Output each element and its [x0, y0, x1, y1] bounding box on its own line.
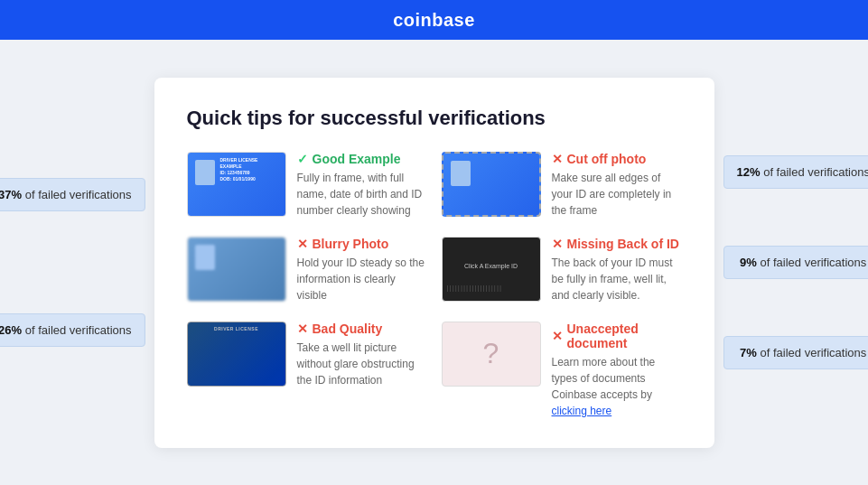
- example-header-bad-quality: ✕ Bad Quality: [297, 322, 427, 336]
- x-icon-cut-off: ✕: [552, 152, 563, 166]
- example-desc-p-blurry-photo: Hold your ID steady so the information i…: [297, 255, 427, 303]
- example-title-good-example: Good Example: [313, 152, 401, 166]
- example-header-missing-back: ✕ Missing Back of ID: [552, 237, 682, 251]
- id-thumb-good-example: [187, 152, 286, 217]
- example-desc-missing-back: The back of your ID must be fully in fra…: [552, 256, 673, 302]
- example-desc-good-example: Fully in frame, with full name, date of …: [297, 172, 423, 217]
- right-badge-3: 7% of failed verifications: [723, 336, 869, 369]
- example-content-good-example: ✓ Good Example Fully in frame, with full…: [297, 152, 427, 219]
- right-badge-3-percent: 7%: [740, 346, 757, 359]
- x-icon-bad-quality: ✕: [297, 322, 308, 336]
- clicking-here-link[interactable]: clicking here: [552, 405, 612, 417]
- example-item-bad-quality: ✕ Bad Quality Take a well lit picture wi…: [187, 322, 427, 419]
- check-icon-good-example: ✓: [297, 152, 308, 166]
- header: coinbase: [0, 0, 868, 40]
- right-badge-3-label: of failed verifications: [761, 346, 867, 359]
- example-title-missing-back: Missing Back of ID: [567, 237, 679, 251]
- example-content-blurry-photo: ✕ Blurry Photo Hold your ID steady so th…: [297, 237, 427, 303]
- example-content-cut-off: ✕ Cut off photo Make sure all edges of y…: [552, 152, 682, 219]
- right-badge-1-label: of failed verifications: [763, 165, 868, 179]
- example-title-blurry-photo: Blurry Photo: [313, 237, 389, 251]
- right-badge-1-percent: 12%: [737, 165, 761, 179]
- id-thumb-missing-back: [442, 237, 541, 302]
- right-badge-1: 12% of failed verifications: [723, 155, 869, 189]
- example-desc-p-bad-quality: Take a well lit picture without glare ob…: [297, 340, 427, 388]
- right-badge-2-label: of failed verifications: [761, 256, 867, 269]
- right-badges-container: 12% of failed verifications 9% of failed…: [723, 127, 869, 398]
- outer-layout: 37% of failed verifications 26% of faile…: [0, 78, 868, 448]
- example-desc-p-missing-back: The back of your ID must be fully in fra…: [552, 255, 682, 303]
- example-content-missing-back: ✕ Missing Back of ID The back of your ID…: [552, 237, 682, 303]
- example-desc-cut-off: Make sure all edges of your ID are compl…: [552, 172, 672, 217]
- left-badge-2: 26% of failed verifications: [0, 313, 145, 347]
- example-item-blurry-photo: ✕ Blurry Photo Hold your ID steady so th…: [187, 237, 427, 303]
- example-desc-p-unaccepted: Learn more about the types of documents …: [552, 354, 682, 419]
- id-thumb-blurry-photo: [187, 237, 286, 302]
- example-desc-bad-quality: Take a well lit picture without glare ob…: [297, 341, 415, 387]
- example-item-cut-off: ✕ Cut off photo Make sure all edges of y…: [442, 152, 682, 219]
- example-header-blurry-photo: ✕ Blurry Photo: [297, 237, 427, 251]
- x-icon-unaccepted: ✕: [552, 329, 563, 343]
- left-badge-2-percent: 26%: [0, 323, 22, 337]
- example-desc-unaccepted: Learn more about the types of documents …: [552, 356, 656, 417]
- id-thumb-cut-off: [442, 152, 541, 217]
- x-icon-missing-back: ✕: [552, 237, 563, 251]
- example-title-unaccepted: Unaccepted document: [567, 322, 682, 350]
- example-title-cut-off: Cut off photo: [567, 152, 647, 166]
- example-title-bad-quality: Bad Quality: [313, 322, 383, 336]
- left-badges-container: 37% of failed verifications 26% of faile…: [0, 127, 145, 398]
- card-title: Quick tips for successful verifications: [187, 107, 682, 130]
- tips-card: Quick tips for successful verifications …: [154, 78, 714, 448]
- left-badge-1-label: of failed verifications: [25, 188, 132, 201]
- example-item-missing-back: ✕ Missing Back of ID The back of your ID…: [442, 237, 682, 303]
- example-content-bad-quality: ✕ Bad Quality Take a well lit picture wi…: [297, 322, 427, 388]
- id-thumb-bad-quality: [187, 322, 286, 387]
- example-header-cut-off: ✕ Cut off photo: [552, 152, 682, 166]
- right-badge-2-percent: 9%: [740, 256, 757, 269]
- example-header-good-example: ✓ Good Example: [297, 152, 427, 166]
- example-desc-blurry-photo: Hold your ID steady so the information i…: [297, 256, 425, 302]
- example-desc-p-good-example: Fully in frame, with full name, date of …: [297, 170, 427, 219]
- example-desc-p-cut-off: Make sure all edges of your ID are compl…: [552, 170, 682, 219]
- main-content: 37% of failed verifications 26% of faile…: [0, 40, 868, 485]
- right-badge-2: 9% of failed verifications: [723, 246, 869, 279]
- example-item-good-example: ✓ Good Example Fully in frame, with full…: [187, 152, 427, 219]
- left-badge-1-percent: 37%: [0, 188, 22, 201]
- left-badge-1: 37% of failed verifications: [0, 178, 145, 211]
- x-icon-blurry-photo: ✕: [297, 237, 308, 251]
- example-content-unaccepted: ✕ Unaccepted document Learn more about t…: [552, 322, 682, 419]
- example-item-unaccepted: ✕ Unaccepted document Learn more about t…: [442, 322, 682, 419]
- examples-grid: ✓ Good Example Fully in frame, with full…: [187, 152, 682, 419]
- id-thumb-unaccepted: [442, 322, 541, 387]
- example-header-unaccepted: ✕ Unaccepted document: [552, 322, 682, 350]
- left-badge-2-label: of failed verifications: [25, 323, 132, 337]
- coinbase-logo: coinbase: [393, 10, 475, 31]
